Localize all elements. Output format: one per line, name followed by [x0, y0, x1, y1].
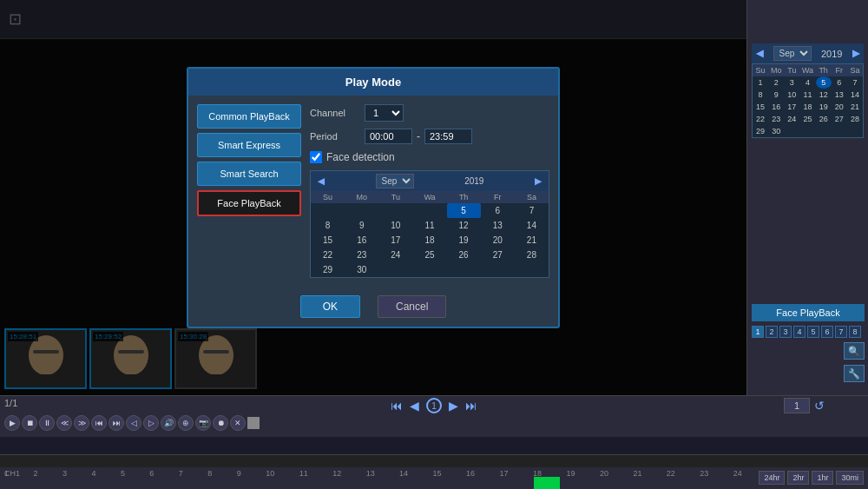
cal-day[interactable]: 26: [816, 113, 832, 125]
modal-cal-day[interactable]: 29: [311, 262, 345, 277]
period-end-input[interactable]: [424, 129, 472, 144]
common-playback-btn[interactable]: Common PlayBack: [197, 104, 301, 129]
cal-day[interactable]: 27: [832, 113, 847, 125]
settings-button[interactable]: 🔧: [844, 365, 865, 382]
prev-frame-btn[interactable]: ⏮: [91, 415, 107, 431]
modal-cal-day[interactable]: 8: [311, 218, 345, 233]
modal-cal-day[interactable]: 15: [311, 233, 345, 248]
cal-day[interactable]: 14: [847, 89, 863, 101]
modal-cal-day[interactable]: 16: [345, 233, 378, 248]
channel-3[interactable]: 3: [779, 326, 792, 338]
cal-day[interactable]: 13: [832, 89, 847, 101]
cal-day[interactable]: 25: [799, 113, 815, 125]
modal-cal-day[interactable]: [412, 203, 446, 218]
modal-cal-day[interactable]: 19: [447, 233, 481, 248]
pause-btn[interactable]: ⏸: [39, 415, 55, 431]
channel-select[interactable]: 1 2: [365, 104, 404, 122]
modal-cal-day[interactable]: 12: [447, 218, 481, 233]
cal-day[interactable]: 6: [832, 76, 847, 89]
slow-btn[interactable]: ≪: [56, 415, 72, 431]
modal-cancel-button[interactable]: Cancel: [378, 295, 446, 318]
cal-next-icon[interactable]: ▶: [852, 48, 859, 59]
page-input[interactable]: [784, 398, 810, 413]
channel-7[interactable]: 7: [835, 326, 847, 338]
fast-btn[interactable]: ≫: [74, 415, 89, 431]
cal-day[interactable]: 9: [768, 89, 784, 101]
modal-cal-day[interactable]: 26: [447, 248, 481, 262]
cal-day[interactable]: 30: [768, 125, 784, 137]
modal-cal-next-icon[interactable]: ▶: [535, 176, 542, 186]
cal-day[interactable]: 4: [799, 76, 815, 89]
cal-day[interactable]: 10: [784, 89, 799, 101]
cal-prev-icon[interactable]: ◀: [756, 48, 763, 59]
modal-cal-day[interactable]: 6: [481, 203, 515, 218]
modal-ok-button[interactable]: OK: [300, 295, 360, 318]
modal-cal-day[interactable]: 18: [412, 233, 446, 248]
timeline-track[interactable]: [0, 437, 868, 454]
channel-8[interactable]: 8: [849, 326, 861, 338]
next-day-btn[interactable]: ▷: [143, 415, 159, 431]
cal-day[interactable]: 15: [753, 101, 768, 113]
channel-1[interactable]: 1: [752, 326, 764, 338]
modal-cal-day[interactable]: 9: [345, 218, 378, 233]
tf-24hr[interactable]: 24hr: [759, 471, 785, 485]
cal-month-select[interactable]: Sep: [773, 46, 812, 61]
modal-cal-day-today[interactable]: 5: [447, 203, 481, 218]
cal-day[interactable]: 16: [768, 101, 784, 113]
modal-cal-prev-icon[interactable]: ◀: [318, 176, 325, 186]
cal-day[interactable]: 1: [753, 76, 768, 89]
modal-cal-day[interactable]: 11: [412, 218, 446, 233]
cal-day[interactable]: 23: [768, 113, 784, 125]
snap-btn[interactable]: 📷: [195, 415, 211, 431]
step-back-icon[interactable]: ◀: [410, 399, 419, 413]
period-start-input[interactable]: [365, 129, 412, 144]
search-button[interactable]: 🔍: [844, 342, 865, 360]
modal-cal-day[interactable]: 28: [515, 248, 549, 262]
modal-cal-day[interactable]: 14: [515, 218, 549, 233]
face-playback-btn[interactable]: Face PlayBack: [197, 190, 301, 216]
record-btn[interactable]: ⏺: [213, 415, 228, 431]
step-forward-icon[interactable]: ▶: [449, 399, 458, 413]
stop-square-btn[interactable]: [247, 417, 260, 429]
close-btn[interactable]: ✕: [230, 415, 246, 431]
cal-day[interactable]: 29: [753, 125, 768, 137]
zoom-btn[interactable]: ⊕: [178, 415, 194, 431]
stop-btn[interactable]: ⏹: [22, 415, 37, 431]
cal-day[interactable]: 22: [753, 113, 768, 125]
skip-back-icon[interactable]: ⏮: [391, 399, 403, 413]
modal-cal-day[interactable]: 10: [378, 218, 412, 233]
cal-day[interactable]: 19: [816, 101, 832, 113]
skip-forward-icon[interactable]: ⏭: [465, 399, 477, 413]
modal-cal-day[interactable]: 30: [345, 262, 378, 277]
face-detection-checkbox[interactable]: [310, 151, 322, 163]
modal-cal-day[interactable]: [378, 203, 412, 218]
modal-cal-day[interactable]: 7: [515, 203, 549, 218]
modal-cal-day[interactable]: 20: [481, 233, 515, 248]
cal-day[interactable]: 8: [753, 89, 768, 101]
cal-day[interactable]: 28: [847, 113, 863, 125]
cal-day[interactable]: 7: [847, 76, 863, 89]
smart-search-btn[interactable]: Smart Search: [197, 162, 301, 186]
refresh-icon[interactable]: ↺: [814, 399, 825, 413]
modal-cal-month[interactable]: Sep: [376, 174, 414, 188]
next-frame-btn[interactable]: ⏭: [108, 415, 124, 431]
cal-day-today[interactable]: 5: [816, 76, 832, 89]
channel-2[interactable]: 2: [766, 326, 778, 338]
volume-btn[interactable]: 🔊: [161, 415, 176, 431]
cal-day[interactable]: 18: [799, 101, 815, 113]
timeline-bar[interactable]: [0, 454, 868, 467]
modal-cal-day[interactable]: [311, 203, 345, 218]
modal-cal-day[interactable]: 17: [378, 233, 412, 248]
tf-2hr[interactable]: 2hr: [787, 471, 809, 485]
cal-day[interactable]: 2: [768, 76, 784, 89]
cal-day[interactable]: 17: [784, 101, 799, 113]
modal-cal-day[interactable]: 27: [481, 248, 515, 262]
modal-cal-day[interactable]: 24: [378, 248, 412, 262]
play-btn[interactable]: ▶: [4, 415, 20, 431]
modal-cal-day[interactable]: 13: [481, 218, 515, 233]
tf-1hr[interactable]: 1hr: [812, 471, 833, 485]
cal-day[interactable]: 24: [784, 113, 799, 125]
cal-day[interactable]: 3: [784, 76, 799, 89]
modal-cal-day[interactable]: 23: [345, 248, 378, 262]
cal-day[interactable]: 11: [799, 89, 815, 101]
